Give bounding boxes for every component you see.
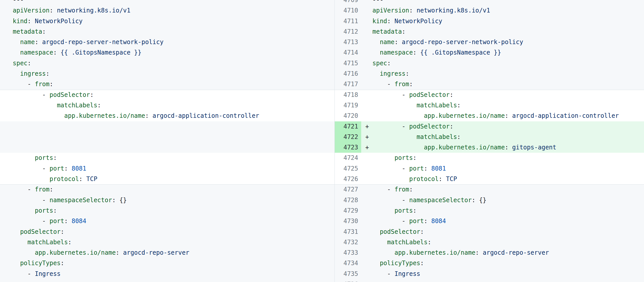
code-token: ingress	[20, 70, 46, 77]
code-line: ports:	[361, 153, 644, 163]
code-token	[372, 175, 409, 183]
diff-row-right: 4713 name: argocd-repo-server-network-po…	[335, 37, 644, 47]
code-token: :	[79, 175, 86, 183]
code-line: ports:	[361, 206, 644, 216]
code-token: {{ .GitopsNamespace }}	[420, 49, 501, 56]
line-number[interactable]: 4714	[335, 47, 361, 58]
diff-row-right: 4733 app.kubernetes.io/name: argocd-repo…	[335, 248, 644, 258]
diff-row-right: 4725 - port: 8081	[335, 163, 644, 174]
line-number[interactable]: 4722	[335, 132, 361, 142]
code-line	[0, 132, 334, 142]
code-token: port	[409, 165, 424, 172]
diff-row-left: protocol: TCP	[0, 174, 334, 184]
code-token	[13, 249, 35, 256]
code-token: :	[53, 49, 61, 56]
code-line	[0, 142, 334, 153]
code-token: :	[439, 175, 446, 183]
code-token: :	[424, 165, 431, 172]
diff-row-left: matchLabels:	[0, 237, 334, 248]
code-line: apiVersion: networking.k8s.io/v1	[0, 5, 334, 16]
code-token: -	[13, 217, 50, 225]
diff-row-left: namespace: {{ .GitopsNamespace }}	[0, 47, 334, 58]
code-token	[13, 260, 20, 267]
line-number[interactable]: 4729	[335, 206, 361, 216]
code-token: argocd-repo-server	[483, 249, 549, 256]
line-number[interactable]: 4721	[335, 121, 361, 132]
code-line: name: argocd-repo-server-network-policy	[0, 37, 334, 47]
line-number[interactable]: 4713	[335, 37, 361, 47]
code-token: :	[413, 49, 420, 56]
line-number[interactable]: 4724	[335, 153, 361, 163]
code-line: namespace: {{ .GitopsNamespace }}	[361, 47, 644, 58]
code-token: ---	[372, 0, 383, 4]
code-token: argocd-repo-server-network-policy	[42, 39, 164, 46]
code-token: argocd-application-controller	[152, 112, 259, 119]
diff-row-left: apiVersion: networking.k8s.io/v1	[0, 5, 334, 16]
code-token: from	[35, 81, 50, 88]
code-line: protocol: TCP	[0, 174, 334, 184]
code-token: spec	[372, 60, 387, 67]
code-token: name	[20, 39, 35, 46]
line-number[interactable]: 4719	[335, 100, 361, 111]
line-number[interactable]: 4715	[335, 58, 361, 69]
code-token: app.kubernetes.io/name	[424, 112, 505, 119]
diff-row-right: 4735 - Ingress	[335, 269, 644, 279]
line-number[interactable]: 4734	[335, 258, 361, 268]
line-number[interactable]: 4717	[335, 79, 361, 89]
line-number[interactable]: 4725	[335, 163, 361, 174]
code-token: :	[409, 81, 413, 88]
code-token: :	[475, 249, 483, 256]
line-number[interactable]: 4732	[335, 237, 361, 248]
line-number[interactable]: 4728	[335, 195, 361, 206]
code-token: argocd-application-controller	[512, 112, 619, 119]
line-number[interactable]: 4710	[335, 5, 361, 16]
line-number[interactable]: 4712	[335, 27, 361, 37]
code-line: matchLabels:	[361, 100, 644, 111]
diff-row-right: 4716 ingress:	[335, 69, 644, 79]
code-token: 8084	[431, 217, 446, 225]
code-line: - port: 8084	[0, 216, 334, 226]
line-number[interactable]: 4718	[335, 90, 361, 100]
code-line: ingress:	[361, 69, 644, 79]
line-number[interactable]: 4736	[335, 279, 361, 282]
code-line: name: argocd-repo-server-network-policy	[361, 37, 644, 47]
line-number[interactable]: 4726	[335, 174, 361, 184]
diff-row-right: 4718 - podSelector:	[335, 90, 644, 100]
code-line: namespace: {{ .GitopsNamespace }}	[0, 47, 334, 58]
code-token: namespaceSelector	[409, 197, 472, 204]
code-token: app.kubernetes.io/name	[395, 249, 475, 256]
line-number[interactable]: 4720	[335, 111, 361, 121]
code-token: :	[61, 260, 64, 267]
line-number[interactable]: 4733	[335, 248, 361, 258]
diff-row-right: 4711kind: NetworkPolicy	[335, 16, 644, 27]
line-number[interactable]: 4735	[335, 269, 361, 279]
code-token: :	[53, 207, 57, 214]
code-token: -	[13, 91, 50, 98]
code-token: {}	[479, 197, 486, 204]
diff-row-right: 4730 - port: 8084	[335, 216, 644, 226]
code-line: matchLabels:	[0, 237, 334, 248]
code-line: - from:	[361, 79, 644, 89]
code-token	[372, 154, 395, 161]
left-pane: ---apiVersion: networking.k8s.io/v1kind:…	[0, 0, 335, 282]
code-token	[13, 70, 20, 77]
line-number[interactable]: 4723	[335, 142, 361, 153]
code-token: port	[50, 165, 64, 172]
code-token: :	[450, 91, 453, 98]
line-number[interactable]: 4709	[335, 0, 361, 5]
code-token: ports	[35, 154, 53, 161]
line-number[interactable]: 4727	[335, 184, 361, 195]
line-number[interactable]: 4731	[335, 227, 361, 237]
code-token: kind	[372, 18, 387, 25]
code-token: -	[13, 270, 35, 277]
line-number[interactable]: 4716	[335, 69, 361, 79]
code-token: :	[457, 102, 460, 109]
diff-row-left-placeholder	[0, 142, 334, 153]
diff-row-added: 4723+ app.kubernetes.io/name: gitops-age…	[335, 142, 644, 153]
line-number[interactable]: 4730	[335, 216, 361, 226]
diff-row-right: 4727 - from:	[335, 184, 644, 195]
code-line: protocol: TCP	[361, 174, 644, 184]
diff-row-left: ---	[0, 279, 334, 282]
line-number[interactable]: 4711	[335, 16, 361, 27]
code-line: matchLabels:	[361, 237, 644, 248]
